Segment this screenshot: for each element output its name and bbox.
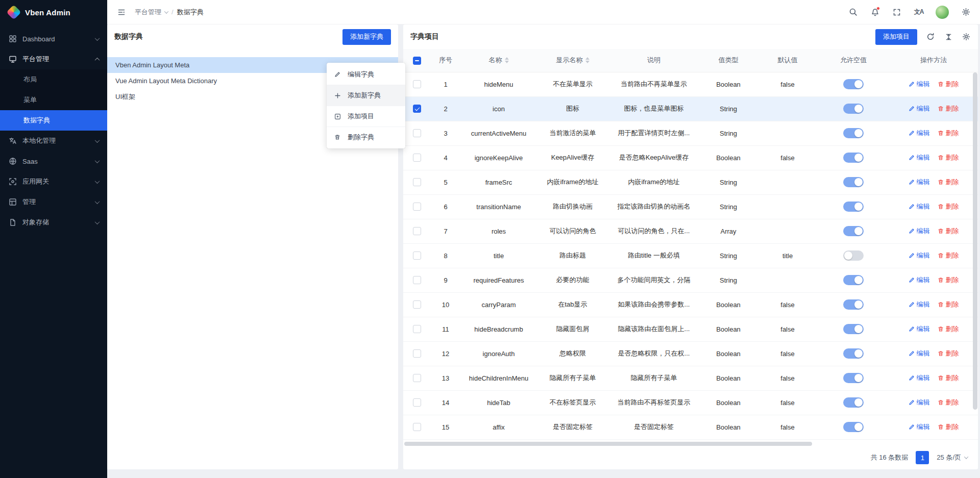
table-settings-icon[interactable] (962, 32, 971, 41)
row-checkbox[interactable] (413, 251, 421, 260)
allow-empty-toggle[interactable] (843, 324, 864, 334)
allow-empty-toggle[interactable] (843, 422, 864, 432)
edit-button[interactable]: 编辑 (909, 178, 930, 187)
sidebar-item-platform[interactable]: 平台管理 (0, 49, 107, 69)
row-checkbox[interactable] (413, 423, 421, 431)
row-checkbox[interactable] (413, 349, 421, 358)
allow-empty-toggle[interactable] (843, 250, 864, 261)
row-checkbox[interactable] (413, 398, 421, 407)
edit-button[interactable]: 编辑 (909, 153, 930, 162)
context-menu-item[interactable]: 编辑字典 (327, 64, 405, 85)
edit-button[interactable]: 编辑 (909, 300, 930, 309)
delete-button[interactable]: 删除 (938, 324, 959, 334)
allow-empty-toggle[interactable] (843, 202, 864, 212)
app-logo[interactable]: Vben Admin (0, 0, 107, 24)
allow-empty-toggle[interactable] (843, 226, 864, 236)
delete-button[interactable]: 删除 (938, 300, 959, 309)
sidebar-item-data-dictionary[interactable]: 数据字典 (0, 110, 107, 131)
settings-gear-icon[interactable] (961, 7, 971, 17)
sidebar-item-app-gateway[interactable]: 应用网关 (0, 171, 107, 192)
edit-button[interactable]: 编辑 (909, 373, 930, 383)
delete-button[interactable]: 删除 (938, 129, 959, 138)
delete-button[interactable]: 删除 (938, 398, 959, 407)
row-checkbox[interactable] (413, 203, 421, 211)
allow-empty-toggle[interactable] (843, 104, 864, 114)
context-menu-item[interactable]: 添加新字典 (327, 85, 405, 106)
search-icon[interactable] (848, 7, 858, 17)
menu-fold-icon[interactable] (116, 7, 127, 17)
row-checkbox[interactable] (413, 300, 421, 309)
delete-button[interactable]: 删除 (938, 80, 959, 89)
allow-empty-toggle[interactable] (843, 177, 864, 187)
add-dictionary-button[interactable]: 添加新字典 (342, 29, 391, 45)
edit-button[interactable]: 编辑 (909, 349, 930, 358)
fullscreen-icon[interactable] (892, 7, 902, 17)
user-avatar[interactable] (936, 6, 949, 19)
delete-button[interactable]: 删除 (938, 227, 959, 236)
edit-button[interactable]: 编辑 (909, 398, 930, 407)
breadcrumb-parent[interactable]: 平台管理 (135, 8, 161, 17)
delete-button[interactable]: 删除 (938, 275, 959, 285)
sort-icon[interactable] (585, 57, 590, 63)
edit-button[interactable]: 编辑 (909, 251, 930, 260)
allow-empty-toggle[interactable] (843, 153, 864, 163)
row-checkbox[interactable] (413, 178, 421, 186)
col-name[interactable]: 名称 (460, 49, 537, 72)
delete-button[interactable]: 删除 (938, 178, 959, 187)
allow-empty-toggle[interactable] (843, 348, 864, 359)
context-menu-item[interactable]: 删除字典 (327, 127, 405, 147)
row-checkbox[interactable] (413, 80, 421, 88)
row-checkbox[interactable] (413, 374, 421, 382)
sidebar-item-menu[interactable]: 菜单 (0, 90, 107, 110)
context-menu-item[interactable]: 添加项目 (327, 106, 405, 127)
vertical-scrollbar[interactable] (973, 72, 977, 439)
sidebar-item-layout[interactable]: 布局 (0, 69, 107, 90)
edit-button[interactable]: 编辑 (909, 275, 930, 285)
refresh-icon[interactable] (926, 32, 935, 41)
allow-empty-toggle[interactable] (843, 128, 864, 138)
add-item-button[interactable]: 添加项目 (875, 29, 917, 45)
horizontal-scrollbar[interactable] (404, 442, 971, 446)
sort-icon[interactable] (505, 57, 509, 63)
sidebar-item-label: 管理 (22, 197, 36, 207)
edit-button[interactable]: 编辑 (909, 202, 930, 211)
select-all-checkbox[interactable] (413, 57, 421, 65)
sidebar-item-localization[interactable]: 本地化管理 (0, 131, 107, 151)
row-checkbox[interactable] (413, 325, 421, 333)
edit-button[interactable]: 编辑 (909, 324, 930, 334)
allow-empty-toggle[interactable] (843, 79, 864, 89)
delete-button[interactable]: 删除 (938, 422, 959, 432)
edit-button[interactable]: 编辑 (909, 104, 930, 113)
delete-button[interactable]: 删除 (938, 373, 959, 383)
sidebar-item-object-storage[interactable]: 对象存储 (0, 212, 107, 233)
delete-button[interactable]: 删除 (938, 104, 959, 113)
delete-button[interactable]: 删除 (938, 153, 959, 162)
row-checkbox[interactable] (413, 154, 421, 162)
page-size-select[interactable]: 25 条/页 (937, 453, 968, 462)
col-display-name[interactable]: 显示名称 (537, 49, 608, 72)
delete-button[interactable]: 删除 (938, 349, 959, 358)
row-checkbox[interactable] (413, 276, 421, 284)
vertical-scrollbar-thumb[interactable] (973, 72, 977, 410)
row-checkbox[interactable] (413, 227, 421, 235)
row-height-icon[interactable] (944, 32, 953, 41)
row-checkbox[interactable] (413, 129, 421, 137)
edit-button[interactable]: 编辑 (909, 129, 930, 138)
horizontal-scrollbar-thumb[interactable] (404, 442, 812, 446)
sidebar-item-saas[interactable]: Saas (0, 151, 107, 171)
row-checkbox[interactable] (413, 105, 421, 113)
allow-empty-toggle[interactable] (843, 397, 864, 408)
sidebar-item-dashboard[interactable]: Dashboard (0, 29, 107, 49)
sidebar-item-admin[interactable]: 管理 (0, 192, 107, 212)
allow-empty-toggle[interactable] (843, 373, 864, 383)
edit-button[interactable]: 编辑 (909, 227, 930, 236)
allow-empty-toggle[interactable] (843, 275, 864, 285)
delete-button[interactable]: 删除 (938, 251, 959, 260)
translate-icon[interactable]: 文A (914, 7, 924, 17)
page-number-button[interactable]: 1 (916, 451, 929, 464)
notification-icon[interactable] (870, 7, 880, 17)
allow-empty-toggle[interactable] (843, 299, 864, 310)
delete-button[interactable]: 删除 (938, 202, 959, 211)
edit-button[interactable]: 编辑 (909, 422, 930, 432)
edit-button[interactable]: 编辑 (909, 80, 930, 89)
